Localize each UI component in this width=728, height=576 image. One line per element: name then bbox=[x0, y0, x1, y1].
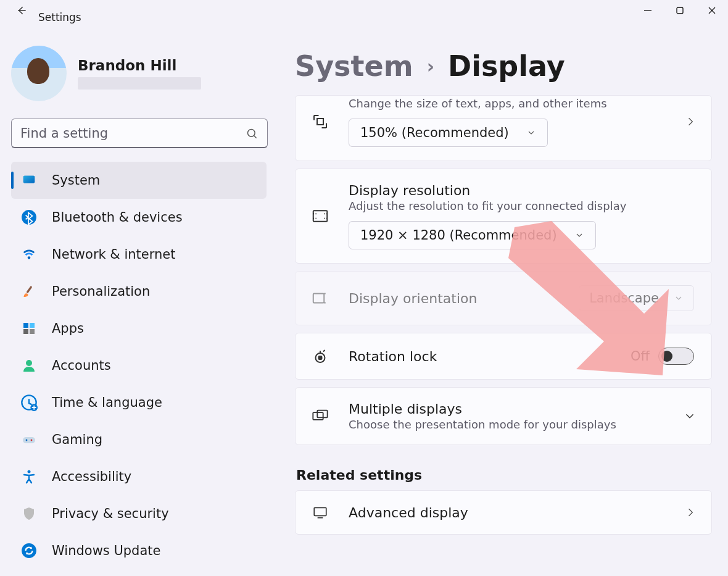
resolution-sub: Adjust the resolution to fit your connec… bbox=[349, 199, 694, 212]
nav-label: Privacy & security bbox=[52, 506, 169, 521]
multiple-sub: Choose the presentation mode for your di… bbox=[349, 418, 694, 431]
svg-line-22 bbox=[254, 136, 257, 138]
minimize-icon bbox=[643, 6, 652, 15]
user-account-row[interactable]: Brandon Hill bbox=[11, 46, 267, 101]
advanced-title: Advanced display bbox=[349, 505, 694, 520]
svg-rect-24 bbox=[313, 211, 328, 222]
breadcrumb-parent[interactable]: System bbox=[295, 49, 413, 83]
advanced-display-icon bbox=[309, 504, 331, 520]
nav-label: System bbox=[52, 173, 100, 188]
section-related: Related settings bbox=[296, 467, 712, 483]
chevron-right-icon: › bbox=[427, 56, 434, 77]
svg-rect-28 bbox=[313, 412, 323, 420]
minimize-button[interactable] bbox=[632, 0, 664, 21]
bluetooth-icon bbox=[20, 208, 38, 227]
maximize-icon bbox=[676, 6, 684, 15]
maximize-button[interactable] bbox=[664, 0, 696, 21]
chevron-right-icon bbox=[684, 506, 697, 519]
user-name: Brandon Hill bbox=[78, 57, 201, 73]
card-multiple-displays[interactable]: Multiple displays Choose the presentatio… bbox=[295, 387, 712, 445]
sidebar-item-bluetooth[interactable]: Bluetooth & devices bbox=[11, 199, 267, 236]
sidebar-item-network[interactable]: Network & internet bbox=[11, 236, 267, 273]
shield-icon bbox=[20, 504, 38, 523]
nav-label: Apps bbox=[52, 321, 84, 336]
nav-label: Network & internet bbox=[52, 247, 175, 262]
scale-value: 150% (Recommended) bbox=[360, 125, 509, 140]
wifi-icon bbox=[20, 245, 38, 264]
card-orientation: Display orientation Landscape bbox=[295, 271, 712, 325]
card-scale[interactable]: Change the size of text, apps, and other… bbox=[295, 95, 712, 161]
nav-label: Personalization bbox=[52, 284, 150, 299]
nav-label: Gaming bbox=[52, 432, 102, 447]
sidebar-item-time-language[interactable]: Time & language bbox=[11, 384, 267, 421]
user-email-redacted bbox=[78, 77, 201, 90]
nav: System Bluetooth & devices Network & int… bbox=[11, 162, 267, 569]
card-advanced-display[interactable]: Advanced display bbox=[295, 490, 712, 535]
nav-label: Accounts bbox=[52, 358, 111, 373]
sidebar-item-personalization[interactable]: Personalization bbox=[11, 273, 267, 310]
chevron-right-icon bbox=[684, 115, 697, 128]
chevron-down-icon bbox=[683, 409, 697, 423]
brush-icon bbox=[20, 282, 38, 301]
nav-label: Bluetooth & devices bbox=[52, 210, 183, 225]
back-arrow-icon bbox=[15, 4, 28, 17]
rotation-title: Rotation lock bbox=[349, 349, 613, 364]
chevron-down-icon bbox=[674, 293, 684, 303]
orientation-value: Landscape bbox=[589, 291, 659, 306]
person-icon bbox=[20, 356, 38, 375]
orientation-icon bbox=[309, 289, 331, 307]
gamepad-icon bbox=[20, 430, 38, 449]
clock-icon bbox=[20, 393, 38, 412]
svg-rect-30 bbox=[314, 507, 326, 515]
multiple-title: Multiple displays bbox=[349, 401, 694, 417]
orientation-title: Display orientation bbox=[349, 291, 561, 306]
nav-label: Accessibility bbox=[52, 469, 131, 484]
svg-rect-27 bbox=[319, 356, 322, 359]
svg-point-21 bbox=[248, 130, 255, 137]
breadcrumb-current: Display bbox=[448, 49, 565, 83]
avatar bbox=[11, 46, 67, 101]
rotation-toggle[interactable] bbox=[658, 348, 694, 365]
sidebar-item-system[interactable]: System bbox=[11, 162, 267, 199]
sidebar-item-gaming[interactable]: Gaming bbox=[11, 421, 267, 458]
resolution-select[interactable]: 1920 × 1280 (Recommended) bbox=[349, 221, 596, 249]
resolution-value: 1920 × 1280 (Recommended) bbox=[360, 228, 557, 243]
search-placeholder: Find a setting bbox=[20, 126, 108, 141]
sidebar-item-accounts[interactable]: Accounts bbox=[11, 347, 267, 384]
scale-icon bbox=[309, 112, 331, 131]
rotation-lock-icon bbox=[309, 347, 331, 365]
sidebar-item-accessibility[interactable]: Accessibility bbox=[11, 458, 267, 495]
multiple-displays-icon bbox=[309, 407, 331, 425]
svg-rect-29 bbox=[317, 411, 327, 418]
main-content: System › Display Change the size of text… bbox=[273, 21, 728, 576]
close-button[interactable] bbox=[696, 0, 728, 21]
svg-rect-25 bbox=[313, 294, 325, 303]
card-rotation-lock: Rotation lock Off bbox=[295, 333, 712, 380]
apps-icon bbox=[20, 319, 38, 338]
search-icon bbox=[246, 128, 259, 140]
search-input[interactable]: Find a setting bbox=[11, 119, 268, 148]
card-scale-sub: Change the size of text, apps, and other… bbox=[349, 97, 694, 110]
orientation-select: Landscape bbox=[579, 285, 694, 311]
scale-select[interactable]: 150% (Recommended) bbox=[349, 119, 548, 147]
nav-label: Windows Update bbox=[52, 543, 160, 558]
sidebar-item-privacy[interactable]: Privacy & security bbox=[11, 495, 267, 532]
sync-icon bbox=[20, 541, 38, 560]
nav-label: Time & language bbox=[52, 395, 162, 410]
chevron-down-icon bbox=[526, 128, 536, 138]
breadcrumb: System › Display bbox=[295, 49, 712, 83]
svg-rect-23 bbox=[317, 119, 323, 125]
resolution-title: Display resolution bbox=[349, 183, 694, 198]
svg-rect-18 bbox=[677, 7, 683, 14]
resolution-icon bbox=[309, 207, 331, 225]
card-resolution: Display resolution Adjust the resolution… bbox=[295, 169, 712, 264]
close-icon bbox=[708, 6, 716, 15]
rotation-state: Off bbox=[631, 349, 650, 364]
monitor-icon bbox=[20, 171, 38, 190]
sidebar-item-apps[interactable]: Apps bbox=[11, 310, 267, 347]
accessibility-icon bbox=[20, 467, 38, 486]
back-button[interactable] bbox=[11, 0, 32, 21]
chevron-down-icon bbox=[574, 230, 584, 240]
sidebar-item-windows-update[interactable]: Windows Update bbox=[11, 532, 267, 569]
sidebar: Brandon Hill Find a setting System Bluet… bbox=[0, 21, 273, 576]
